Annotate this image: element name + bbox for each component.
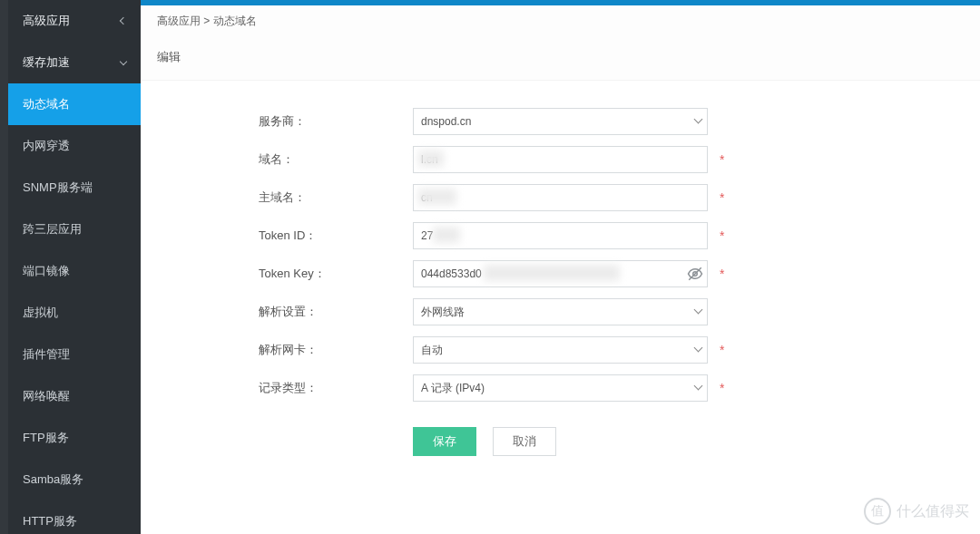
section-title: 编辑 [141,40,980,81]
select-resolve[interactable]: 外网线路 [413,298,708,325]
eye-off-icon[interactable] [687,266,703,282]
main-panel: 高级应用 > 动态域名 编辑 服务商： dnspod.cn 域名： * 主域名： [141,5,980,534]
required-icon: * [720,267,724,281]
cancel-button[interactable]: 取消 [493,427,556,456]
breadcrumb-separator: > [203,15,210,27]
redaction-mask [418,150,444,167]
label-resolve: 解析设置： [141,304,413,320]
select-nic[interactable]: 自动 [413,336,708,364]
required-icon: * [720,381,724,395]
required-icon: * [720,152,724,167]
sidebar-expander-label: 缓存加速 [23,54,70,71]
sidebar-item-vm[interactable]: 虚拟机 [8,292,141,334]
breadcrumb-part-1[interactable]: 高级应用 [157,15,201,27]
label-record-type: 记录类型： [141,380,413,396]
sidebar-header-label: 高级应用 [23,13,70,29]
sidebar: 高级应用 缓存加速 动态域名 内网穿透 SNMP服务端 跨三层应用 端口镜像 虚… [8,0,141,534]
sidebar-item-layer3[interactable]: 跨三层应用 [8,209,141,250]
sidebar-header-cache[interactable]: 缓存加速 [8,42,141,83]
sidebar-item-ftp[interactable]: FTP服务 [8,417,141,459]
chevron-down-icon [120,57,127,64]
sidebar-item-ddns[interactable]: 动态域名 [8,83,141,125]
left-edge-strip [0,0,8,534]
select-provider[interactable]: dnspod.cn [413,108,708,135]
required-icon: * [720,190,724,205]
breadcrumb-part-2[interactable]: 动态域名 [213,15,257,27]
redaction-mask [433,227,460,243]
label-token-id: Token ID： [141,228,413,244]
sidebar-item-snmp[interactable]: SNMP服务端 [8,167,141,209]
label-hostname: 主域名： [141,189,413,206]
save-button[interactable]: 保存 [413,427,476,456]
required-icon: * [720,228,724,243]
required-icon: * [720,343,724,357]
redaction-mask [484,265,620,281]
input-hostname[interactable] [413,184,708,211]
sidebar-header-advanced[interactable]: 高级应用 [8,0,141,42]
ddns-form: 服务商： dnspod.cn 域名： * 主域名： * [141,81,980,456]
redaction-mask [418,189,456,205]
sidebar-item-http[interactable]: HTTP服务 [8,500,141,534]
breadcrumb: 高级应用 > 动态域名 [141,5,980,40]
sidebar-item-nat-traversal[interactable]: 内网穿透 [8,125,141,167]
label-domain: 域名： [141,151,413,168]
sidebar-item-samba[interactable]: Samba服务 [8,459,141,500]
sidebar-item-port-mirror[interactable]: 端口镜像 [8,250,141,292]
label-provider: 服务商： [141,113,413,130]
sidebar-item-plugins[interactable]: 插件管理 [8,334,141,375]
input-domain[interactable] [413,146,708,173]
select-record-type[interactable]: A 记录 (IPv4) [413,374,708,402]
sidebar-item-wol[interactable]: 网络唤醒 [8,375,141,417]
label-token-key: Token Key： [141,266,413,282]
label-nic: 解析网卡： [141,342,413,358]
chevron-left-icon [120,17,127,24]
